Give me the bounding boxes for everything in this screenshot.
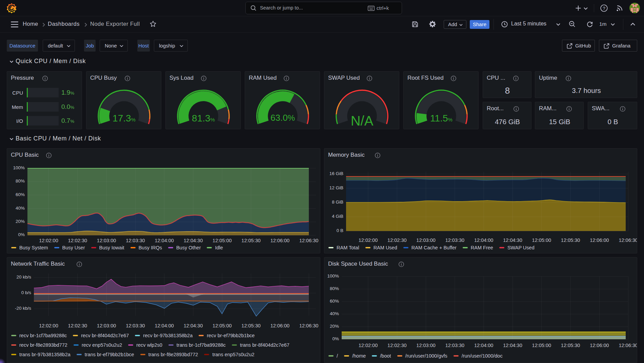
svg-text:?: ? (603, 6, 605, 11)
